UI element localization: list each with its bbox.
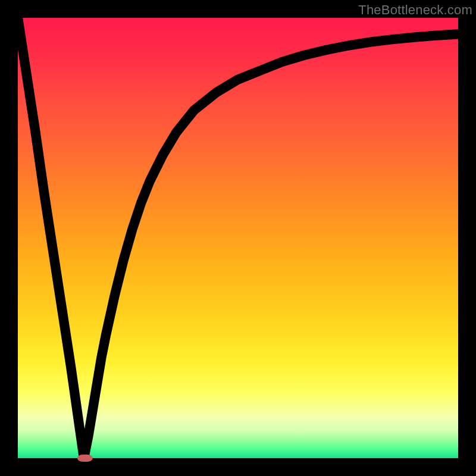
chart-frame: TheBottleneck.com xyxy=(0,0,476,476)
optimal-zone-marker xyxy=(77,455,93,462)
watermark-text: TheBottleneck.com xyxy=(358,2,472,18)
bottleneck-curve xyxy=(18,18,458,458)
chart-svg xyxy=(18,18,458,458)
plot-area xyxy=(18,18,458,458)
